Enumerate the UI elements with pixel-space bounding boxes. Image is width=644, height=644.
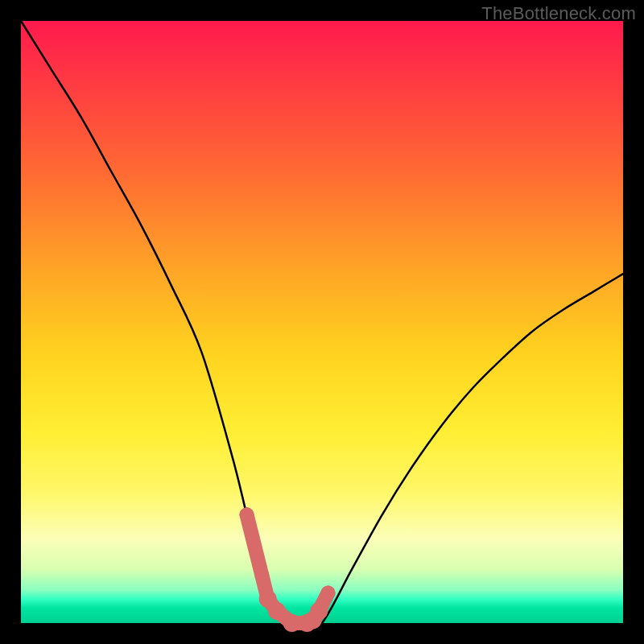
optimal-zone-marker (320, 586, 335, 601)
chart-plot-area (21, 21, 623, 623)
optimal-zone-marker (268, 602, 286, 620)
optimal-zone-marker (254, 568, 269, 582)
bottleneck-curve (21, 21, 623, 627)
optimal-zone-markers (240, 507, 336, 632)
chart-svg (21, 21, 623, 623)
attribution-watermark: TheBottleneck.com (481, 3, 636, 24)
optimal-zone-marker (240, 507, 254, 522)
chart-frame: TheBottleneck.com (0, 0, 644, 644)
